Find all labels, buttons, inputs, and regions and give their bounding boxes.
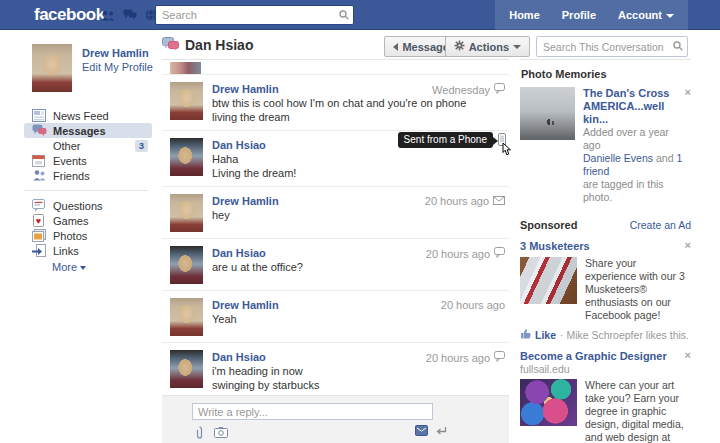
message-row: Drew Hamlin Yeah 20 hours ago xyxy=(162,290,509,342)
tagged-friend-link[interactable]: Danielle Evens xyxy=(583,152,653,164)
profile-block: Drew Hamlin Edit My Profile xyxy=(32,44,160,92)
tooltip: Sent from a Phone xyxy=(398,132,493,148)
edit-profile-link[interactable]: Edit My Profile xyxy=(82,61,153,73)
unread-count-badge: 3 xyxy=(135,140,148,152)
avatar[interactable] xyxy=(170,298,203,336)
close-icon[interactable]: × xyxy=(685,87,691,97)
envelope-icon xyxy=(493,195,505,207)
message-row: Drew Hamlin hey 20 hours ago xyxy=(162,186,509,238)
sidebar-item-friends[interactable]: Friends xyxy=(24,168,152,183)
close-icon[interactable]: × xyxy=(685,350,691,360)
conversation-header: Dan Hsiao Messages Actions xyxy=(162,30,690,60)
ad-domain: fullsail.edu xyxy=(520,363,691,375)
links-icon xyxy=(32,244,48,257)
like-status-text: · Mike Schroepfer likes this. xyxy=(560,329,689,341)
avatar[interactable] xyxy=(32,44,72,92)
sidebar-item-events[interactable]: Events xyxy=(24,153,152,168)
games-icon: ♥ xyxy=(32,214,48,227)
sidebar-divider xyxy=(24,190,148,191)
sidebar-item-questions[interactable]: Questions xyxy=(24,198,152,213)
attach-icon[interactable] xyxy=(195,426,204,439)
sidebar-item-messages[interactable]: Messages xyxy=(24,123,152,138)
sponsored-header: Sponsored Create an Ad xyxy=(520,219,691,231)
chevron-down-icon xyxy=(80,266,86,270)
questions-icon xyxy=(32,199,48,212)
sender-name[interactable]: Dan Hsiao xyxy=(212,138,296,152)
sender-name[interactable]: Drew Hamlin xyxy=(212,298,279,312)
ad-title-link[interactable]: 3 Musketeers xyxy=(520,240,691,253)
photo-added-text: Added over a year ago xyxy=(583,126,683,152)
conversation-search xyxy=(536,36,688,57)
message-timestamp: 20 hours ago xyxy=(426,247,505,260)
like-link[interactable]: Like xyxy=(535,329,556,341)
sidebar-more-link[interactable]: More xyxy=(52,261,86,273)
conversation-search-input[interactable] xyxy=(536,36,688,57)
global-search xyxy=(155,5,354,25)
reply-input[interactable] xyxy=(192,403,433,420)
photo-thumbnail[interactable] xyxy=(520,87,575,140)
gear-icon xyxy=(454,40,465,53)
friend-requests-icon[interactable] xyxy=(100,10,115,21)
facebook-page: facebook Home Profile Account Drew Hamli… xyxy=(0,0,720,443)
avatar[interactable] xyxy=(170,194,203,232)
nav-account[interactable]: Account xyxy=(618,9,674,21)
photo-memory-item: The Dan's CrossAMERICA...well kin... Add… xyxy=(520,87,691,204)
message-row: Dan Hsiao Haha Living the dream! Sent fr… xyxy=(162,130,509,186)
photos-icon xyxy=(32,229,48,242)
back-arrow-icon xyxy=(393,43,398,51)
global-search-input[interactable] xyxy=(155,5,354,25)
sidebar-item-links[interactable]: Links xyxy=(24,243,152,258)
right-column: Photo Memories The Dan's CrossAMERICA...… xyxy=(520,59,691,443)
message-thread: Drew Hamlin btw this is cool how I'm on … xyxy=(162,60,509,412)
like-icon xyxy=(520,328,531,341)
sidebar-nav: News Feed Messages Other 3 Events Friend… xyxy=(0,108,160,273)
sidebar-item-other[interactable]: Other 3 xyxy=(24,138,152,153)
message-timestamp: 20 hours ago xyxy=(425,195,505,207)
close-icon[interactable]: × xyxy=(685,240,691,250)
events-icon xyxy=(32,154,48,167)
left-sidebar: Drew Hamlin Edit My Profile News Feed Me… xyxy=(0,30,160,443)
sender-name[interactable]: Dan Hsiao xyxy=(212,350,320,364)
sender-name[interactable]: Drew Hamlin xyxy=(212,194,279,208)
sponsored-ad: Become a Graphic Designer × fullsail.edu… xyxy=(520,350,691,443)
avatar[interactable] xyxy=(170,350,203,388)
ad-image[interactable] xyxy=(520,379,577,426)
avatar xyxy=(170,62,201,74)
top-bar: facebook Home Profile Account xyxy=(0,0,720,30)
sender-name[interactable]: Drew Hamlin xyxy=(212,82,466,96)
email-reply-icon[interactable] xyxy=(415,425,428,436)
phone-icon[interactable] xyxy=(498,133,506,148)
chat-bubble-icon xyxy=(494,351,505,364)
conversation-icon xyxy=(162,37,179,53)
ad-title-link[interactable]: Become a Graphic Designer xyxy=(520,350,691,363)
ad-image[interactable] xyxy=(520,257,577,304)
svg-text:♥: ♥ xyxy=(36,216,41,226)
chat-bubble-icon xyxy=(494,83,505,96)
sidebar-item-photos[interactable]: Photos xyxy=(24,228,152,243)
avatar[interactable] xyxy=(170,246,203,284)
message-timestamp: 20 hours ago xyxy=(426,351,505,364)
sidebar-item-news-feed[interactable]: News Feed xyxy=(24,108,152,123)
photo-memories-title: Photo Memories xyxy=(521,68,691,80)
profile-name[interactable]: Drew Hamlin xyxy=(82,47,153,59)
actions-button[interactable]: Actions xyxy=(445,36,530,57)
sender-name[interactable]: Dan Hsiao xyxy=(212,246,303,260)
chevron-down-icon xyxy=(513,45,521,49)
scrolled-message-partial xyxy=(162,60,509,74)
avatar[interactable] xyxy=(170,138,203,176)
facebook-logo[interactable]: facebook xyxy=(34,5,105,25)
create-an-ad-link[interactable]: Create an Ad xyxy=(630,219,691,231)
sponsored-ad: 3 Musketeers × Share your experience wit… xyxy=(520,240,691,341)
nav-home[interactable]: Home xyxy=(509,9,540,21)
nav-profile[interactable]: Profile xyxy=(562,9,596,21)
conversation-title: Dan Hsiao xyxy=(162,37,253,53)
search-icon xyxy=(339,10,349,22)
sidebar-item-games[interactable]: ♥ Games xyxy=(24,213,152,228)
photo-title-link[interactable]: The Dan's CrossAMERICA...well kin... xyxy=(583,87,683,126)
topbar-nav: Home Profile Account xyxy=(495,0,688,30)
messages-icon[interactable] xyxy=(123,9,137,21)
avatar[interactable] xyxy=(170,82,203,120)
chat-bubble-icon xyxy=(494,247,505,260)
camera-icon[interactable] xyxy=(214,427,228,438)
message-row: Drew Hamlin btw this is cool how I'm on … xyxy=(162,74,509,130)
